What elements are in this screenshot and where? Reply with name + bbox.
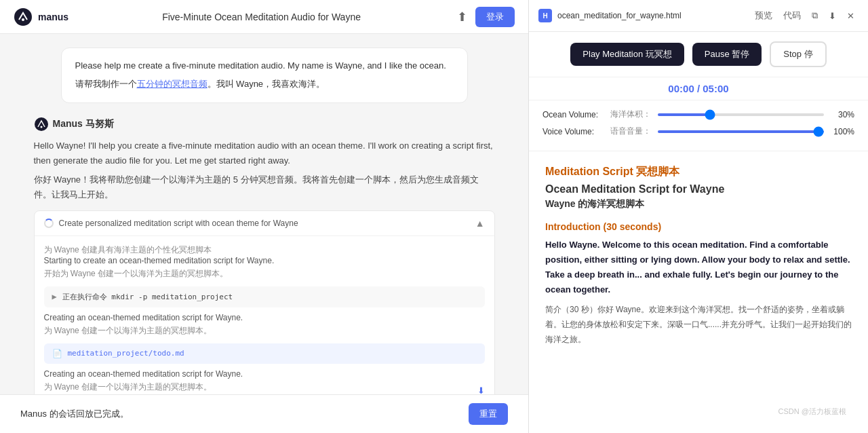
task-spinner-icon (44, 219, 54, 228)
section-title: Meditation Script 冥想脚本 (545, 165, 852, 179)
agent-name: Manus 马努斯 (53, 118, 114, 130)
pause-button[interactable]: Pause 暂停 (692, 43, 762, 66)
file-type-icon: H (538, 9, 552, 22)
logo-text: manus (38, 12, 68, 22)
file-text-1: meditation_project/todo.md (68, 349, 184, 358)
task-body-1: 为 Wayne 创建具有海洋主题的个性化冥想脚本 Starting to cre… (35, 236, 494, 394)
watermark-text: CSDN @活力板蓝根 (529, 401, 857, 422)
user-message: Please help me create a five-minute medi… (61, 48, 468, 103)
task-step-2-en: Creating an ocean-themed meditation scri… (44, 313, 485, 322)
intro-section: Introduction (30 seconds) Hello Wayne. W… (545, 221, 852, 347)
sub-title: Wayne 的海洋冥想脚本 (545, 198, 852, 210)
time-current: 00:00 (668, 83, 694, 94)
play-button[interactable]: Play Meditation 玩冥想 (570, 43, 684, 66)
header: manus Five-Minute Ocean Meditation Audio… (0, 0, 528, 34)
volume-controls: Ocean Volume: 海洋体积： 30% Voice Volume: 语音… (529, 100, 868, 151)
ocean-volume-label-en: Ocean Volume: (542, 110, 604, 119)
ocean-volume-slider[interactable] (658, 113, 824, 116)
ocean-volume-pct: 30% (831, 110, 854, 119)
agent-reply-en: Hello Wayne! I'll help you create a five… (34, 138, 495, 168)
content-area: Meditation Script 冥想脚本 Ocean Meditation … (529, 151, 868, 412)
main-title: Ocean Meditation Script for Wayne (545, 183, 852, 195)
chat-area: Please help me create a five-minute medi… (0, 34, 528, 394)
copy-button[interactable]: ⧉ (808, 7, 822, 24)
time-total: 05:00 (703, 83, 728, 94)
task-step-3-en: Creating an ocean-themed meditation scri… (44, 369, 485, 379)
task-title-1: Create personalized meditation script wi… (59, 219, 298, 228)
file-block-1: 📄 meditation_project/todo.md (44, 343, 485, 364)
svg-point-2 (35, 117, 48, 131)
voice-volume-label-en: Voice Volume: (542, 127, 604, 136)
scroll-down-button[interactable]: ⬇ (477, 385, 485, 394)
voice-volume-slider[interactable] (658, 130, 824, 133)
task-header-1: Create personalized meditation script wi… (35, 211, 494, 236)
cmd-block-1: ▶ 正在执行命令 mkdir -p meditation_project (44, 286, 485, 307)
code-tab-button[interactable]: 代码 (779, 7, 805, 24)
voice-volume-label-cn: 语音音量： (610, 126, 651, 137)
svg-point-3 (40, 126, 42, 128)
manus-logo-icon (14, 7, 33, 26)
task-step-1-en: Starting to create an ocean-themed medit… (44, 256, 485, 265)
svg-point-1 (22, 18, 24, 21)
cmd-text-1: 正在执行命令 mkdir -p meditation_project (62, 292, 233, 302)
intro-text-cn: 简介（30 秒）你好 Wayne。欢迎来到这个海洋冥想。找一个舒适的姿势，坐着或… (545, 303, 852, 347)
time-display: 00:00 / 05:00 (529, 77, 868, 100)
right-panel-header: H ocean_meditation_for_wayne.html 预览 代码 … (529, 0, 868, 32)
file-name: ocean_meditation_for_wayne.html (557, 11, 745, 20)
page-title: Five-Minute Ocean Meditation Audio for W… (68, 12, 454, 22)
task-block-1: Create personalized meditation script wi… (34, 210, 495, 394)
time-separator: / (697, 83, 703, 94)
header-actions: ⬆ 登录 (454, 7, 515, 27)
ocean-volume-row: Ocean Volume: 海洋体积： 30% (542, 109, 854, 120)
preview-tab-button[interactable]: 预览 (751, 7, 776, 24)
voice-volume-pct: 100% (831, 127, 854, 136)
file-icon-1: 📄 (52, 349, 62, 358)
right-panel: H ocean_meditation_for_wayne.html 预览 代码 … (529, 0, 868, 433)
agent-section: Manus 马努斯 Hello Wayne! I'll help you cre… (34, 117, 495, 394)
stop-button[interactable]: Stop 停 (770, 41, 826, 67)
download-button[interactable]: ⬇ (825, 8, 840, 24)
task-title-cn: 为 Wayne 创建具有海洋主题的个性化冥想脚本 (44, 245, 212, 255)
user-text-cn: 请帮我制作一个五分钟的冥想音频。我叫 Wayne，我喜欢海洋。 (75, 77, 454, 92)
reset-button[interactable]: 重置 (469, 403, 508, 425)
intro-text-en: Hello Wayne. Welcome to this ocean medit… (545, 238, 852, 297)
svg-point-0 (14, 8, 32, 26)
task-step-3-cn: 为 Wayne 创建一个以海洋为主题的冥想脚本。 (44, 381, 212, 393)
logo-area: manus (14, 7, 68, 26)
right-header-actions: 预览 代码 ⧉ ⬇ ✕ (751, 7, 859, 24)
share-icon[interactable]: ⬆ (454, 7, 470, 27)
meditation-link[interactable]: 五分钟的冥想音频 (137, 79, 208, 89)
session-complete-text: Manus 的会话回放已完成。 (20, 408, 129, 420)
task-step-1-cn: 开始为 Wayne 创建一个以海洋为主题的冥想脚本。 (44, 268, 485, 280)
ocean-volume-label-cn: 海洋体积： (610, 109, 651, 120)
intro-title: Introduction (30 seconds) (545, 221, 852, 232)
agent-reply-cn: 你好 Wayne！我将帮助您创建一个以海洋为主题的 5 分钟冥想音频。我将首先创… (34, 172, 495, 202)
login-button[interactable]: 登录 (475, 7, 515, 27)
task-collapse-button[interactable]: ▲ (475, 218, 485, 229)
terminal-icon: ▶ (52, 292, 57, 301)
user-text-en: Please help me create a five-minute medi… (75, 59, 454, 73)
player-controls: Play Meditation 玩冥想 Pause 暂停 Stop 停 (529, 32, 868, 77)
agent-avatar-icon (34, 117, 49, 132)
close-button[interactable]: ✕ (843, 8, 859, 24)
bottom-bar: Manus 的会话回放已完成。 重置 (0, 394, 528, 433)
task-step-2-cn: 为 Wayne 创建一个以海洋为主题的冥想脚本。 (44, 325, 485, 337)
voice-volume-row: Voice Volume: 语音音量： 100% (542, 126, 854, 137)
agent-header: Manus 马努斯 (34, 117, 495, 132)
